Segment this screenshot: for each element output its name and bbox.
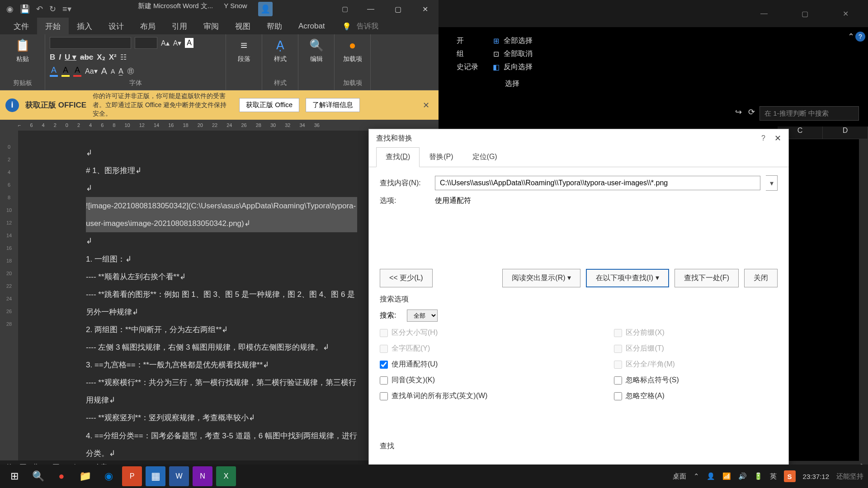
grow-font-icon[interactable]: A▴ (161, 39, 170, 47)
powerpoint-icon[interactable]: P (122, 466, 142, 486)
refresh-icon[interactable]: ⟳ (748, 107, 755, 117)
volume-icon[interactable]: 🔊 (738, 472, 747, 480)
maximize-button[interactable]: ▢ (384, 0, 411, 18)
dialog-close-button[interactable]: ✕ (774, 133, 781, 143)
bg-select-all[interactable]: ⊞全部选择 (492, 36, 533, 46)
font-color-button[interactable]: A (73, 66, 81, 77)
ribbon-options-icon[interactable]: ▢ (342, 5, 348, 13)
underline-button[interactable]: U ▾ (65, 52, 76, 62)
edit-button[interactable]: 🔍 编辑 (303, 37, 330, 63)
less-button[interactable]: << 更少(L) (380, 269, 433, 287)
start-button[interactable]: ⊞ (5, 466, 24, 486)
learn-more-button[interactable]: 了解详细信息 (306, 98, 360, 112)
char-border-button[interactable]: A̲ (118, 67, 123, 75)
undo-icon[interactable]: ↶ (36, 4, 43, 14)
tab-acrobat[interactable]: Acrobat (290, 18, 333, 34)
styles-button[interactable]: Ạ 样式 (267, 37, 293, 63)
strike-button[interactable]: abc (80, 53, 93, 62)
ime-icon[interactable]: S (784, 470, 796, 482)
help-icon[interactable]: ? (855, 32, 865, 42)
char-scale-button[interactable]: Aa▾ (85, 67, 98, 75)
bg-item-group[interactable]: 组 (457, 49, 478, 59)
tab-review[interactable]: 审阅 (195, 18, 227, 35)
tab-file[interactable]: 文件 (5, 18, 37, 35)
enclose-button[interactable]: ㊐ (127, 66, 134, 76)
bg-grid[interactable] (778, 139, 868, 461)
phonetic-icon[interactable]: ☷ (120, 53, 127, 61)
bg-maximize-button[interactable]: ▢ (791, 5, 818, 23)
refresh-left-icon[interactable]: ↪ (735, 107, 742, 117)
chk-wildcards[interactable]: 使用通配符(U) (380, 360, 487, 369)
chk-ignore-punct[interactable]: 忽略标点符号(S) (614, 375, 679, 385)
paragraph-button[interactable]: ≡ 段落 (231, 37, 257, 63)
bold-button[interactable]: B (50, 53, 55, 62)
small-a-button[interactable]: A (111, 68, 115, 75)
tab-design[interactable]: 设计 (100, 18, 132, 35)
highlight-button[interactable]: A (61, 66, 70, 77)
search-button[interactable]: 🔍 (28, 466, 48, 486)
font-family-select[interactable] (50, 37, 131, 49)
font-size-select[interactable] (135, 37, 157, 49)
dialog-tab-find[interactable]: 查找(D) (376, 147, 420, 167)
tab-home[interactable]: 开始 (37, 18, 69, 35)
bg-item-history[interactable]: 史记录 (457, 62, 478, 72)
notice-close-button[interactable]: ✕ (423, 100, 429, 110)
bg-cancel-all[interactable]: ⊡全部取消 (492, 49, 533, 59)
chk-word-forms[interactable]: 查找单词的所有形式(英文)(W) (380, 391, 487, 401)
clock[interactable]: 23:37:12 (803, 473, 829, 480)
tab-view[interactable]: 视图 (227, 18, 259, 35)
people-icon[interactable]: 👤 (707, 472, 715, 480)
explorer-icon[interactable]: 📁 (75, 466, 95, 486)
find-input[interactable] (435, 176, 760, 190)
dialog-tab-replace[interactable]: 替换(P) (420, 147, 462, 167)
dialog-tab-goto[interactable]: 定位(G) (463, 147, 507, 167)
redo-icon[interactable]: ↻ (49, 4, 56, 14)
save-icon[interactable]: 💾 (20, 4, 30, 14)
dialog-help-button[interactable]: ? (761, 134, 765, 142)
excel-icon[interactable]: X (216, 466, 236, 486)
big-a-button[interactable]: A (101, 66, 107, 76)
bg-minimize-button[interactable]: — (750, 5, 778, 23)
wifi-icon[interactable]: 📶 (722, 472, 731, 480)
bg-vertical-scrollbar[interactable] (859, 139, 868, 461)
addin-button[interactable]: ● 加载项 (339, 37, 366, 63)
ime-lang[interactable]: 英 (770, 472, 777, 481)
shrink-font-icon[interactable]: A▾ (173, 39, 182, 47)
superscript-button[interactable]: X² (109, 53, 117, 62)
qat-more-icon[interactable]: ≡▾ (62, 4, 71, 14)
reading-highlight-button[interactable]: 阅读突出显示(R) ▾ (502, 269, 580, 287)
italic-button[interactable]: I (59, 53, 61, 62)
get-office-button[interactable]: 获取正版 Office (239, 98, 299, 112)
chk-sounds-like[interactable]: 同音(英文)(K) (380, 375, 487, 385)
word-icon[interactable]: W (169, 466, 189, 486)
find-history-dropdown[interactable]: ▾ (766, 175, 778, 191)
edge-icon[interactable]: ◉ (99, 466, 118, 486)
onenote-icon[interactable]: N (193, 466, 212, 486)
column-d[interactable]: D (823, 127, 868, 139)
bg-search-input[interactable]: 在 1-推理判断 中搜索 (760, 106, 859, 121)
tray-overflow-icon[interactable]: ⌃ (693, 472, 699, 480)
find-in-button[interactable]: 在以下项中查找(I) ▾ (586, 269, 669, 287)
search-direction-select[interactable]: 全部 (407, 310, 438, 322)
find-next-button[interactable]: 查找下一处(F) (675, 269, 739, 287)
battery-icon[interactable]: 🔋 (754, 472, 763, 480)
text-effect-button[interactable]: A (50, 66, 58, 77)
chrome-icon[interactable]: ● (52, 466, 71, 486)
autosave-icon[interactable]: ◉ (6, 4, 14, 14)
desktop-label[interactable]: 桌面 (673, 472, 686, 481)
tellme-input[interactable]: 告诉我 (357, 22, 378, 31)
tab-references[interactable]: 引用 (164, 18, 195, 35)
subscript-button[interactable]: X₂ (97, 52, 105, 62)
tab-layout[interactable]: 布局 (132, 18, 164, 35)
tab-help[interactable]: 帮助 (259, 18, 290, 35)
close-dialog-button[interactable]: 关闭 (744, 269, 778, 287)
bg-invert-select[interactable]: ◧反向选择 (492, 62, 533, 72)
close-button[interactable]: ✕ (411, 0, 439, 18)
tab-insert[interactable]: 插入 (69, 18, 100, 35)
bg-close-button[interactable]: ✕ (832, 5, 859, 23)
app-icon[interactable]: ▦ (146, 466, 165, 486)
paste-button[interactable]: 📋 粘贴 (5, 37, 40, 63)
bg-ribbon-collapse-icon[interactable]: ⌃ (848, 32, 854, 42)
chk-ignore-space[interactable]: 忽略空格(A) (614, 391, 679, 401)
vertical-ruler[interactable]: 0246810121416182022242628 (0, 131, 18, 460)
